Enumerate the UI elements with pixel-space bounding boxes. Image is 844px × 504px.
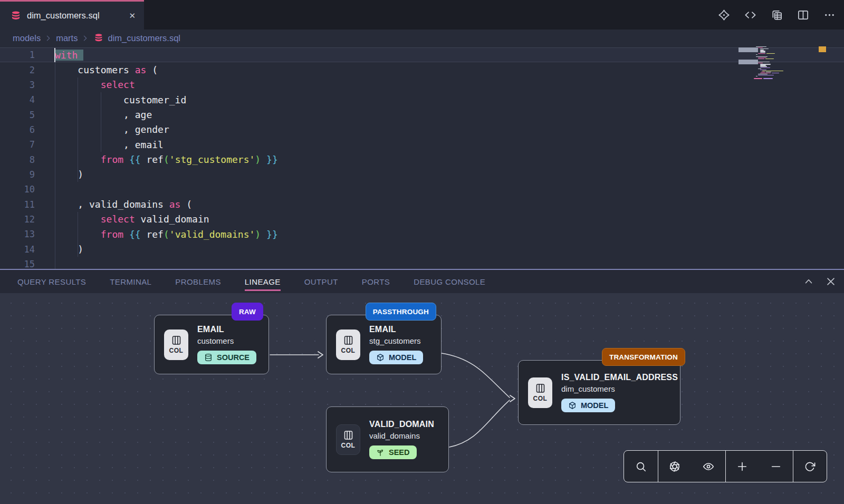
line-number: 11 xyxy=(0,199,35,210)
line-number: 15 xyxy=(0,259,35,269)
node-type-pill: MODEL xyxy=(561,399,615,412)
panel-tab-debug-console[interactable]: DEBUG CONSOLE xyxy=(414,277,485,286)
columns-icon xyxy=(171,335,182,346)
code-line-15[interactable]: 15 xyxy=(0,257,844,269)
zoom-out-button[interactable] xyxy=(759,451,793,482)
line-number: 14 xyxy=(0,244,35,255)
columns-icon xyxy=(535,383,546,394)
code-line-4[interactable]: 4 customer_id xyxy=(0,92,844,107)
code-line-14[interactable]: 14 ) xyxy=(0,241,844,256)
refresh-button[interactable] xyxy=(793,451,827,482)
node-subtitle: dim_customers xyxy=(561,384,678,393)
indent-guide xyxy=(78,212,78,257)
code-text: ) xyxy=(35,169,83,180)
code-text: from {{ ref('valid_domains') }} xyxy=(35,229,278,240)
node-type-pill: MODEL xyxy=(369,351,423,364)
lineage-toolbar xyxy=(624,450,827,482)
column-chip: COL xyxy=(164,329,188,360)
node-title: EMAIL xyxy=(197,325,256,334)
lineage-node-dim_customers[interactable]: TRANSFORMATIONCOLIS_VALID_EMAIL_ADDRESSd… xyxy=(518,360,680,425)
indent-guide xyxy=(101,92,101,152)
columns-icon xyxy=(343,335,354,346)
panel-tab-terminal[interactable]: TERMINAL xyxy=(110,277,151,286)
panel-tab-bar: QUERY RESULTSTERMINALPROBLEMSLINEAGEOUTP… xyxy=(0,270,844,293)
column-chip-label: COL xyxy=(169,347,184,354)
table-copy-icon[interactable] xyxy=(771,9,783,21)
code-line-6[interactable]: 6 , gender xyxy=(0,122,844,137)
eye-icon xyxy=(703,461,714,472)
code-line-7[interactable]: 7 , email xyxy=(0,137,844,152)
column-chip-label: COL xyxy=(533,395,548,402)
code-line-2[interactable]: 2 customers as ( xyxy=(0,62,844,77)
node-subtitle: stg_customers xyxy=(369,336,423,345)
code-text: with xyxy=(35,50,83,61)
column-chip-label: COL xyxy=(341,442,356,449)
lineage-node-customers[interactable]: RAWCOLEMAILcustomersSOURCE xyxy=(154,315,269,374)
minimap[interactable] xyxy=(753,46,809,91)
split-icon[interactable] xyxy=(797,9,809,21)
panel-tab-query-results[interactable]: QUERY RESULTS xyxy=(17,277,86,286)
seedling-icon xyxy=(376,448,385,457)
code-line-1[interactable]: 1with xyxy=(0,47,844,62)
snapshot-button[interactable] xyxy=(658,451,692,482)
node-badge: RAW xyxy=(232,303,263,321)
tab-dim-customers[interactable]: dim_customers.sql ✕ xyxy=(0,0,144,30)
panel-tab-output[interactable]: OUTPUT xyxy=(304,277,338,286)
breadcrumb-models[interactable]: models xyxy=(13,33,41,43)
chevron-right-icon xyxy=(81,34,89,42)
code-line-13[interactable]: 13 from {{ ref('valid_domains') }} xyxy=(0,227,844,241)
line-number: 3 xyxy=(0,80,35,90)
code-text: ) xyxy=(35,244,83,255)
database-icon xyxy=(11,11,21,21)
code-text: from {{ ref('stg_customers') }} xyxy=(35,154,278,165)
line-number: 10 xyxy=(0,184,35,195)
code-line-10[interactable]: 10 xyxy=(0,182,844,197)
breadcrumb-file[interactable]: dim_customers.sql xyxy=(108,33,180,43)
zoom-in-button[interactable] xyxy=(726,451,760,482)
search-button[interactable] xyxy=(624,451,658,482)
minimap-marker xyxy=(738,47,758,52)
code-line-5[interactable]: 5 , age xyxy=(0,107,844,122)
indent-guide xyxy=(78,77,78,182)
node-title: VALID_DOMAIN xyxy=(369,420,434,429)
breadcrumb-marts[interactable]: marts xyxy=(56,33,78,43)
code-line-12[interactable]: 12 select valid_domain xyxy=(0,212,844,227)
refresh-icon xyxy=(804,461,816,472)
node-title: IS_VALID_EMAIL_ADDRESS xyxy=(561,373,678,382)
code-icon[interactable] xyxy=(744,9,756,21)
code-line-3[interactable]: 3 select xyxy=(0,77,844,92)
panel-tab-problems[interactable]: PROBLEMS xyxy=(175,277,221,286)
pill-label: SEED xyxy=(389,448,410,457)
code-line-11[interactable]: 11 , valid_domains as ( xyxy=(0,197,844,211)
code-line-8[interactable]: 8 from {{ ref('stg_customers') }} xyxy=(0,152,844,167)
line-number: 1 xyxy=(0,50,35,60)
panel-tab-ports[interactable]: PORTS xyxy=(362,277,390,286)
node-badge: PASSTHROUGH xyxy=(366,303,436,321)
minimap-marker xyxy=(738,60,758,64)
close-panel-icon[interactable] xyxy=(825,276,837,287)
line-number: 9 xyxy=(0,169,35,180)
column-chip: COL xyxy=(336,329,360,360)
line-number: 12 xyxy=(0,214,35,225)
chevron-up-icon[interactable] xyxy=(803,276,814,287)
indent-guide xyxy=(55,62,55,269)
breadcrumb: models marts dim_customers.sql xyxy=(0,30,844,46)
ellipsis-icon[interactable] xyxy=(823,9,836,21)
visibility-button[interactable] xyxy=(692,451,725,482)
lineage-node-valid_domains[interactable]: COLVALID_DOMAINvalid_domainsSEED xyxy=(326,406,449,472)
code-text: select xyxy=(35,79,135,90)
node-subtitle: valid_domains xyxy=(369,431,434,440)
line-number: 13 xyxy=(0,229,35,239)
code-line-9[interactable]: 9 ) xyxy=(0,167,844,182)
node-subtitle: customers xyxy=(197,336,256,345)
code-text: , email xyxy=(35,139,164,150)
lineage-node-stg_customers[interactable]: PASSTHROUGHCOLEMAILstg_customersMODEL xyxy=(326,315,442,374)
line-number: 8 xyxy=(0,154,35,165)
dbt-icon[interactable] xyxy=(718,9,730,21)
close-tab-icon[interactable]: ✕ xyxy=(129,11,136,21)
panel-tab-lineage[interactable]: LINEAGE xyxy=(245,277,281,286)
code-editor[interactable]: 1with2 customers as (3 select4 customer_… xyxy=(0,46,844,269)
lineage-canvas[interactable]: RAWCOLEMAILcustomersSOURCEPASSTHROUGHCOL… xyxy=(0,293,844,504)
tab-bar: dim_customers.sql ✕ xyxy=(0,0,844,30)
line-number: 5 xyxy=(0,110,35,120)
